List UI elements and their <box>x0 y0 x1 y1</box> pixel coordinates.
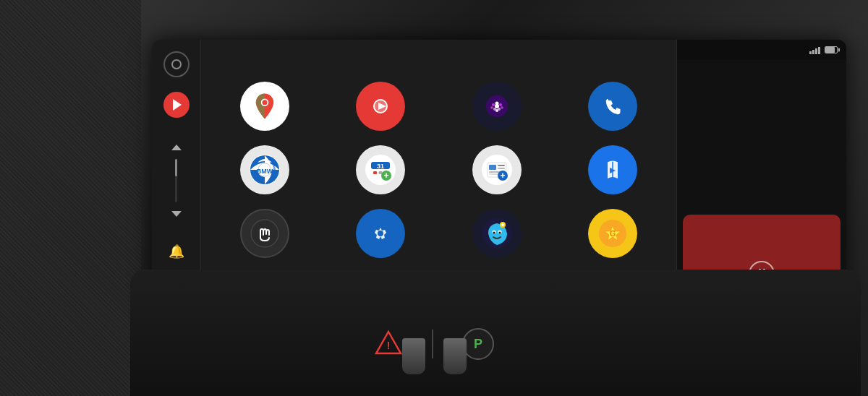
svg-point-56 <box>501 223 504 226</box>
settings-icon <box>356 209 405 258</box>
play-icon <box>173 99 182 111</box>
svg-point-53 <box>493 232 495 234</box>
gear-shifter-area <box>340 338 528 378</box>
svg-point-49 <box>378 231 383 236</box>
svg-text:31: 31 <box>377 163 384 170</box>
app-grid: BMW 31 <box>216 82 662 258</box>
sidebar-top <box>163 51 190 118</box>
ytmusic-icon <box>356 82 405 131</box>
svg-text:+: + <box>500 171 505 181</box>
signal-bar-3 <box>815 48 817 54</box>
calendar-icon: 31 + <box>356 145 405 194</box>
scroll-down-button[interactable] <box>166 207 187 221</box>
chevron-up-icon <box>171 145 182 150</box>
record-inner <box>171 59 182 69</box>
svg-point-12 <box>492 103 495 106</box>
scroll-bar <box>175 159 177 202</box>
status-bar <box>677 40 846 60</box>
podcasts-icon <box>472 82 522 131</box>
svg-point-4 <box>263 100 268 105</box>
signal-bar-4 <box>818 47 820 54</box>
app-podcasts[interactable] <box>448 82 546 135</box>
scroll-thumb <box>175 159 177 176</box>
svg-text:+: + <box>384 171 389 181</box>
app-ytmusic[interactable] <box>331 82 430 135</box>
signal-bar-2 <box>812 50 814 54</box>
right-panel: ⏮ ⏭ <box>676 40 846 300</box>
svg-rect-30 <box>373 171 377 174</box>
play-button-sidebar[interactable] <box>163 92 190 118</box>
scroll-controls <box>166 140 187 221</box>
app-waze[interactable] <box>448 209 546 258</box>
android-auto-screen: 🔔 <box>152 40 846 300</box>
app-googlemaps2[interactable]: G <box>563 209 662 258</box>
svg-point-13 <box>499 103 502 106</box>
battery-icon <box>825 46 838 53</box>
app-maps[interactable] <box>216 82 314 135</box>
svg-rect-37 <box>489 165 496 170</box>
signal-bar-1 <box>809 51 812 54</box>
app-settings[interactable] <box>331 209 430 258</box>
clock-section <box>677 60 846 209</box>
record-button[interactable] <box>163 51 190 77</box>
svg-point-15 <box>501 106 503 109</box>
app-playbooks[interactable] <box>563 145 662 199</box>
status-icons <box>805 46 838 54</box>
app-exit[interactable]: BMW <box>216 145 314 199</box>
app-grid-container: BMW 31 <box>201 40 676 300</box>
scroll-up-button[interactable] <box>166 140 187 155</box>
app-gesture[interactable] <box>216 209 314 258</box>
signal-icon <box>809 46 820 54</box>
svg-point-18 <box>495 109 498 112</box>
chevron-down-icon <box>171 211 182 217</box>
svg-point-19 <box>495 104 499 108</box>
gear-handle-left <box>402 338 425 374</box>
phone-icon <box>588 82 637 131</box>
svg-point-20 <box>599 92 626 120</box>
exit-icon: BMW <box>240 145 289 194</box>
carbon-fiber-left <box>0 0 141 396</box>
app-news[interactable]: + <box>448 145 546 199</box>
svg-rect-39 <box>498 168 505 169</box>
svg-text:G: G <box>610 229 616 238</box>
bell-icon[interactable]: 🔔 <box>169 244 184 259</box>
sidebar: 🔔 <box>152 40 201 300</box>
gear-handle-right <box>443 338 467 374</box>
waze-icon <box>472 209 522 258</box>
svg-point-54 <box>498 232 501 234</box>
svg-text:BMW: BMW <box>257 168 273 175</box>
googlemaps2-icon: G <box>588 209 637 258</box>
svg-rect-38 <box>498 165 505 166</box>
app-calendar[interactable]: 31 + <box>331 145 430 199</box>
battery-fill <box>825 47 835 53</box>
gesture-icon <box>240 209 289 258</box>
news-icon: + <box>472 145 522 194</box>
svg-point-46 <box>250 218 280 249</box>
svg-point-14 <box>490 106 493 109</box>
playbooks-icon <box>588 145 637 194</box>
app-phone[interactable] <box>563 82 662 135</box>
maps-icon <box>240 82 289 131</box>
